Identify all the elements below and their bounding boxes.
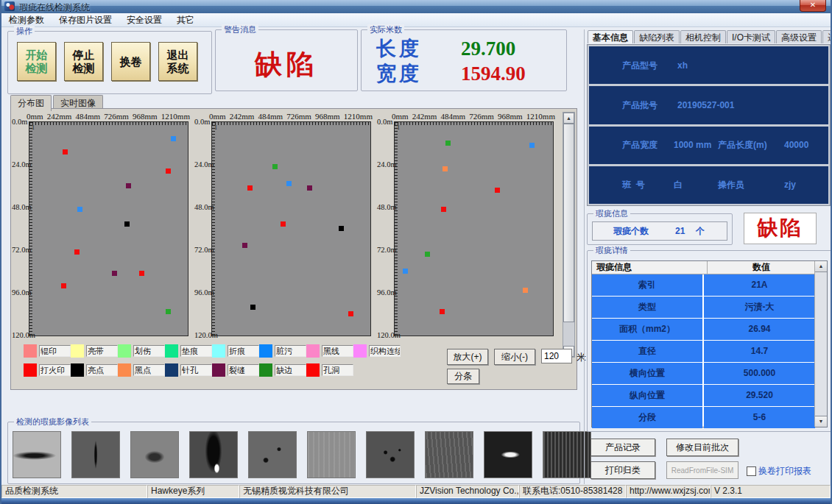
defect-point[interactable]: [63, 149, 68, 155]
defect-point[interactable]: [61, 283, 66, 288]
cell-value: 29.520: [704, 385, 815, 406]
defect-point[interactable]: [77, 207, 82, 212]
legend-color-swatch: [24, 344, 37, 358]
menu-item[interactable]: 检测参数: [1, 13, 52, 26]
defect-point[interactable]: [112, 271, 117, 276]
defect-point[interactable]: [286, 181, 292, 186]
product-record-button[interactable]: 产品记录: [590, 439, 655, 456]
read-from-file-button: ReadFromFile-SIM: [666, 461, 738, 479]
defect-point[interactable]: [139, 271, 144, 276]
op-button-exit[interactable]: 退出 系统: [158, 42, 197, 81]
status-segment: http://www.wxjzsj.com/: [626, 485, 711, 498]
defect-point[interactable]: [443, 166, 448, 171]
scroll-up-button[interactable]: ▲: [563, 113, 574, 124]
menu-item[interactable]: 安全设置: [119, 13, 169, 26]
defect-thumbnail[interactable]: [484, 431, 532, 478]
menu-item[interactable]: 保存图片设置: [52, 13, 119, 26]
table-scroll-up[interactable]: ▲: [815, 261, 827, 272]
defect-point[interactable]: [440, 309, 445, 314]
table-rows: 索引21A类型污渍-大面积（mm2）26.94直径14.7横向位置500.000…: [592, 274, 815, 427]
defect-point[interactable]: [166, 309, 171, 314]
tab-基本信息[interactable]: 基本信息: [588, 30, 633, 43]
defect-point[interactable]: [250, 305, 255, 310]
table-row[interactable]: 索引21A: [592, 274, 815, 296]
table-row[interactable]: 直径14.7: [592, 341, 815, 362]
table-row[interactable]: 纵向位置29.520: [592, 385, 815, 406]
defect-point[interactable]: [247, 185, 253, 191]
defect-thumbnail[interactable]: [248, 431, 297, 478]
defect-point[interactable]: [126, 183, 131, 188]
legend-color-swatch: [259, 363, 272, 377]
legend-color-swatch: [353, 344, 367, 358]
defect-thumbnail[interactable]: [71, 431, 120, 478]
y-tick-label: 48.0m: [12, 203, 29, 211]
defect-point[interactable]: [74, 249, 80, 255]
plot-scrollbar[interactable]: ▲ ▼: [563, 112, 575, 358]
y-tick-label: 0.0m: [194, 118, 211, 126]
defect-thumbnail[interactable]: [425, 431, 473, 478]
split-button[interactable]: 分条: [447, 369, 479, 384]
info-label: 操作员: [718, 179, 744, 191]
defect-point[interactable]: [166, 168, 171, 174]
defect-point[interactable]: [281, 221, 286, 227]
plot-area: [29, 121, 188, 336]
defect-image-list-group: 检测的瑕疵影像列表: [7, 422, 580, 484]
op-button-start[interactable]: 开始 检测: [17, 42, 56, 81]
legend-color-swatch: [24, 363, 37, 377]
tab-相机控制[interactable]: 相机控制: [680, 30, 726, 43]
defect-point[interactable]: [242, 243, 247, 248]
defect-point[interactable]: [339, 226, 344, 231]
x-tick-label: 726mm: [469, 112, 494, 121]
scrollbar-thumb[interactable]: [563, 124, 574, 322]
op-button-stop[interactable]: 停止 检测: [64, 42, 103, 81]
meter-range-input[interactable]: [541, 349, 572, 363]
defect-thumbnail[interactable]: [307, 431, 356, 478]
legend-color-swatch: [118, 363, 131, 377]
defect-point[interactable]: [495, 188, 500, 193]
x-axis-labels: 0mm242mm484mm726mm968mm1210mm: [392, 112, 555, 121]
defect-point[interactable]: [171, 136, 176, 141]
defect-alarm-box: 缺陷: [744, 213, 817, 244]
defect-thumbnail[interactable]: [189, 431, 238, 478]
defect-point[interactable]: [529, 143, 535, 148]
defect-point[interactable]: [523, 288, 528, 293]
op-button-change-roll[interactable]: 换卷: [111, 42, 150, 81]
table-row[interactable]: 横向位置500.000: [592, 363, 815, 384]
defect-point[interactable]: [348, 311, 353, 316]
table-row[interactable]: 分段5-6: [592, 407, 815, 428]
defect-thumbnail[interactable]: [130, 431, 179, 478]
table-scroll-down[interactable]: ▼: [815, 416, 827, 427]
tab-高级设置[interactable]: 高级设置: [776, 30, 822, 43]
y-tick-label: 24.0m: [12, 160, 29, 168]
zoom-in-button[interactable]: 放大(+): [447, 349, 488, 365]
menu-item[interactable]: 其它: [169, 13, 202, 26]
x-tick-label: 1210mm: [526, 112, 555, 121]
x-tick-label: 484mm: [441, 112, 466, 121]
legend-item: 亮带: [71, 344, 118, 358]
defect-point[interactable]: [403, 269, 408, 274]
defect-point[interactable]: [445, 141, 451, 146]
table-row[interactable]: 类型污渍-大: [592, 297, 815, 318]
view-tab-实时图像[interactable]: 实时图像: [53, 95, 103, 109]
tab-I/O卡测试[interactable]: I/O卡测试: [727, 30, 775, 43]
print-classify-button[interactable]: 打印归类: [590, 461, 655, 479]
legend-color-swatch: [71, 344, 84, 358]
defect-thumbnail[interactable]: [13, 431, 61, 478]
table-row[interactable]: 面积（mm2）26.94: [592, 319, 815, 340]
defect-detail-title: 瑕疵详情: [593, 245, 630, 255]
close-button[interactable]: ✕: [800, 0, 826, 12]
tab-运行状态信息[interactable]: 运行状态信息: [822, 30, 832, 43]
zoom-out-button[interactable]: 缩小(-): [494, 349, 535, 365]
tab-缺陷列表[interactable]: 缺陷列表: [634, 30, 680, 43]
defect-thumbnail[interactable]: [366, 431, 415, 478]
view-tab-分布图[interactable]: 分布图: [10, 95, 52, 111]
print-on-roll-change-checkbox[interactable]: [747, 466, 756, 476]
table-scrollbar[interactable]: ▲ ▼: [814, 261, 827, 427]
defect-point[interactable]: [307, 185, 312, 191]
defect-point[interactable]: [441, 207, 446, 212]
defect-point[interactable]: [272, 164, 278, 169]
defect-point[interactable]: [425, 252, 430, 257]
x-tick-label: 0mm: [392, 112, 409, 121]
modify-batch-button[interactable]: 修改目前批次: [666, 439, 738, 456]
defect-point[interactable]: [124, 221, 130, 227]
